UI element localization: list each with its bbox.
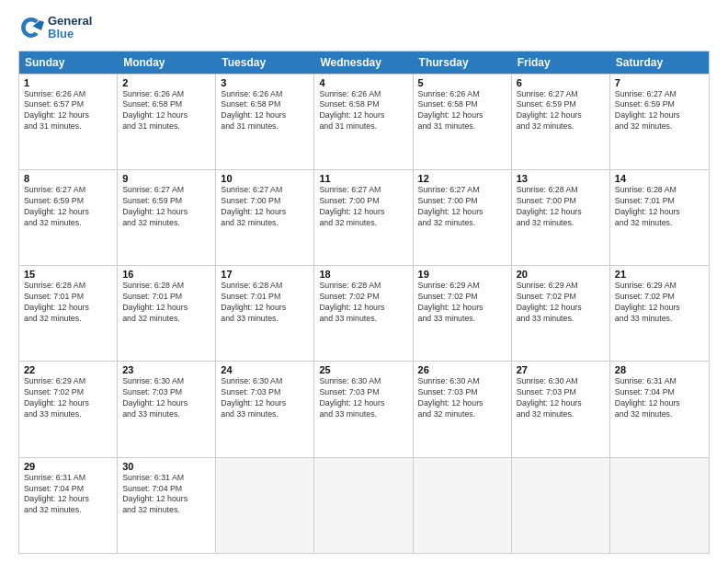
logo-icon bbox=[18, 15, 44, 40]
page: General Blue Sunday Monday Tuesday Wedne… bbox=[0, 0, 728, 563]
calendar-cell: 7Sunrise: 6:27 AMSunset: 6:59 PMDaylight… bbox=[610, 75, 709, 169]
day-number: 17 bbox=[221, 269, 309, 280]
day-number: 19 bbox=[418, 269, 506, 280]
calendar-row: 8Sunrise: 6:27 AMSunset: 6:59 PMDaylight… bbox=[19, 169, 709, 265]
day-number: 1 bbox=[24, 77, 112, 88]
day-info: Sunrise: 6:27 AMSunset: 6:59 PMDaylight:… bbox=[517, 89, 605, 133]
day-number: 4 bbox=[319, 77, 407, 88]
day-info: Sunrise: 6:27 AMSunset: 7:00 PMDaylight:… bbox=[418, 185, 506, 229]
day-info: Sunrise: 6:28 AMSunset: 7:01 PMDaylight:… bbox=[221, 281, 309, 325]
calendar-cell: 27Sunrise: 6:30 AMSunset: 7:03 PMDayligh… bbox=[512, 362, 610, 456]
day-number: 13 bbox=[517, 173, 605, 184]
day-info: Sunrise: 6:28 AMSunset: 7:02 PMDaylight:… bbox=[319, 281, 407, 325]
day-info: Sunrise: 6:30 AMSunset: 7:03 PMDaylight:… bbox=[122, 376, 210, 420]
calendar-cell bbox=[216, 458, 314, 553]
day-info: Sunrise: 6:29 AMSunset: 7:02 PMDaylight:… bbox=[517, 281, 605, 325]
calendar-cell: 4Sunrise: 6:26 AMSunset: 6:58 PMDaylight… bbox=[314, 75, 413, 169]
day-number: 16 bbox=[122, 269, 210, 280]
calendar-cell bbox=[512, 458, 610, 553]
day-number: 2 bbox=[122, 77, 210, 88]
logo-text: General Blue bbox=[48, 15, 92, 41]
dow-wednesday: Wednesday bbox=[314, 52, 413, 74]
day-number: 22 bbox=[24, 364, 112, 375]
calendar-cell: 6Sunrise: 6:27 AMSunset: 6:59 PMDaylight… bbox=[512, 75, 610, 169]
calendar-body: 1Sunrise: 6:26 AMSunset: 6:57 PMDaylight… bbox=[19, 74, 709, 553]
day-number: 3 bbox=[221, 77, 309, 88]
day-info: Sunrise: 6:30 AMSunset: 7:03 PMDaylight:… bbox=[319, 376, 407, 420]
dow-tuesday: Tuesday bbox=[216, 52, 314, 74]
day-info: Sunrise: 6:30 AMSunset: 7:03 PMDaylight:… bbox=[221, 376, 309, 420]
day-info: Sunrise: 6:28 AMSunset: 7:01 PMDaylight:… bbox=[615, 185, 704, 229]
day-number: 30 bbox=[122, 461, 210, 472]
day-number: 5 bbox=[418, 77, 506, 88]
day-info: Sunrise: 6:29 AMSunset: 7:02 PMDaylight:… bbox=[24, 376, 112, 420]
calendar-row: 22Sunrise: 6:29 AMSunset: 7:02 PMDayligh… bbox=[19, 361, 709, 456]
calendar-cell: 5Sunrise: 6:26 AMSunset: 6:58 PMDaylight… bbox=[414, 75, 512, 169]
day-number: 29 bbox=[24, 461, 112, 472]
calendar-header: Sunday Monday Tuesday Wednesday Thursday… bbox=[19, 52, 709, 74]
day-number: 21 bbox=[615, 269, 704, 280]
day-number: 10 bbox=[221, 173, 309, 184]
dow-friday: Friday bbox=[512, 52, 610, 74]
day-info: Sunrise: 6:26 AMSunset: 6:58 PMDaylight:… bbox=[122, 89, 210, 133]
day-info: Sunrise: 6:29 AMSunset: 7:02 PMDaylight:… bbox=[418, 281, 506, 325]
day-info: Sunrise: 6:30 AMSunset: 7:03 PMDaylight:… bbox=[418, 376, 506, 420]
calendar-cell: 11Sunrise: 6:27 AMSunset: 7:00 PMDayligh… bbox=[314, 170, 413, 265]
calendar-cell: 26Sunrise: 6:30 AMSunset: 7:03 PMDayligh… bbox=[414, 362, 512, 456]
dow-sunday: Sunday bbox=[19, 52, 118, 74]
calendar-row: 15Sunrise: 6:28 AMSunset: 7:01 PMDayligh… bbox=[19, 265, 709, 361]
day-number: 6 bbox=[517, 77, 605, 88]
calendar-cell: 23Sunrise: 6:30 AMSunset: 7:03 PMDayligh… bbox=[118, 362, 216, 456]
calendar-row: 1Sunrise: 6:26 AMSunset: 6:57 PMDaylight… bbox=[19, 74, 709, 169]
calendar-row: 29Sunrise: 6:31 AMSunset: 7:04 PMDayligh… bbox=[19, 457, 709, 553]
calendar-cell: 24Sunrise: 6:30 AMSunset: 7:03 PMDayligh… bbox=[216, 362, 314, 456]
day-info: Sunrise: 6:29 AMSunset: 7:02 PMDaylight:… bbox=[615, 281, 704, 325]
day-info: Sunrise: 6:26 AMSunset: 6:58 PMDaylight:… bbox=[319, 89, 407, 133]
calendar-cell: 19Sunrise: 6:29 AMSunset: 7:02 PMDayligh… bbox=[414, 266, 512, 361]
day-number: 28 bbox=[615, 364, 704, 375]
calendar-cell: 25Sunrise: 6:30 AMSunset: 7:03 PMDayligh… bbox=[314, 362, 413, 456]
day-number: 23 bbox=[122, 364, 210, 375]
day-number: 9 bbox=[122, 173, 210, 184]
day-number: 15 bbox=[24, 269, 112, 280]
day-number: 12 bbox=[418, 173, 506, 184]
calendar-cell: 1Sunrise: 6:26 AMSunset: 6:57 PMDaylight… bbox=[19, 75, 118, 169]
day-info: Sunrise: 6:28 AMSunset: 7:00 PMDaylight:… bbox=[517, 185, 605, 229]
day-number: 26 bbox=[418, 364, 506, 375]
dow-monday: Monday bbox=[118, 52, 216, 74]
day-info: Sunrise: 6:26 AMSunset: 6:57 PMDaylight:… bbox=[24, 89, 112, 133]
day-number: 20 bbox=[517, 269, 605, 280]
day-info: Sunrise: 6:31 AMSunset: 7:04 PMDaylight:… bbox=[24, 473, 112, 517]
calendar-cell: 2Sunrise: 6:26 AMSunset: 6:58 PMDaylight… bbox=[118, 75, 216, 169]
day-number: 24 bbox=[221, 364, 309, 375]
calendar-cell bbox=[414, 458, 512, 553]
day-info: Sunrise: 6:31 AMSunset: 7:04 PMDaylight:… bbox=[122, 473, 210, 517]
day-info: Sunrise: 6:27 AMSunset: 6:59 PMDaylight:… bbox=[122, 185, 210, 229]
day-info: Sunrise: 6:27 AMSunset: 7:00 PMDaylight:… bbox=[221, 185, 309, 229]
calendar-cell: 15Sunrise: 6:28 AMSunset: 7:01 PMDayligh… bbox=[19, 266, 118, 361]
day-info: Sunrise: 6:27 AMSunset: 6:59 PMDaylight:… bbox=[24, 185, 112, 229]
calendar-cell: 28Sunrise: 6:31 AMSunset: 7:04 PMDayligh… bbox=[610, 362, 709, 456]
day-info: Sunrise: 6:28 AMSunset: 7:01 PMDaylight:… bbox=[122, 281, 210, 325]
dow-saturday: Saturday bbox=[610, 52, 709, 74]
day-number: 25 bbox=[319, 364, 407, 375]
day-info: Sunrise: 6:30 AMSunset: 7:03 PMDaylight:… bbox=[517, 376, 605, 420]
calendar-cell: 9Sunrise: 6:27 AMSunset: 6:59 PMDaylight… bbox=[118, 170, 216, 265]
calendar-cell: 13Sunrise: 6:28 AMSunset: 7:00 PMDayligh… bbox=[512, 170, 610, 265]
day-number: 7 bbox=[615, 77, 704, 88]
day-info: Sunrise: 6:27 AMSunset: 6:59 PMDaylight:… bbox=[615, 89, 704, 133]
calendar-cell bbox=[314, 458, 413, 553]
header: General Blue bbox=[18, 15, 710, 41]
day-info: Sunrise: 6:31 AMSunset: 7:04 PMDaylight:… bbox=[615, 376, 704, 420]
calendar-cell: 8Sunrise: 6:27 AMSunset: 6:59 PMDaylight… bbox=[19, 170, 118, 265]
calendar-cell: 22Sunrise: 6:29 AMSunset: 7:02 PMDayligh… bbox=[19, 362, 118, 456]
calendar-cell: 3Sunrise: 6:26 AMSunset: 6:58 PMDaylight… bbox=[216, 75, 314, 169]
calendar-cell bbox=[610, 458, 709, 553]
calendar-cell: 16Sunrise: 6:28 AMSunset: 7:01 PMDayligh… bbox=[118, 266, 216, 361]
day-info: Sunrise: 6:28 AMSunset: 7:01 PMDaylight:… bbox=[24, 281, 112, 325]
calendar-cell: 20Sunrise: 6:29 AMSunset: 7:02 PMDayligh… bbox=[512, 266, 610, 361]
calendar-cell: 21Sunrise: 6:29 AMSunset: 7:02 PMDayligh… bbox=[610, 266, 709, 361]
logo: General Blue bbox=[18, 15, 92, 41]
calendar-cell: 17Sunrise: 6:28 AMSunset: 7:01 PMDayligh… bbox=[216, 266, 314, 361]
day-number: 14 bbox=[615, 173, 704, 184]
